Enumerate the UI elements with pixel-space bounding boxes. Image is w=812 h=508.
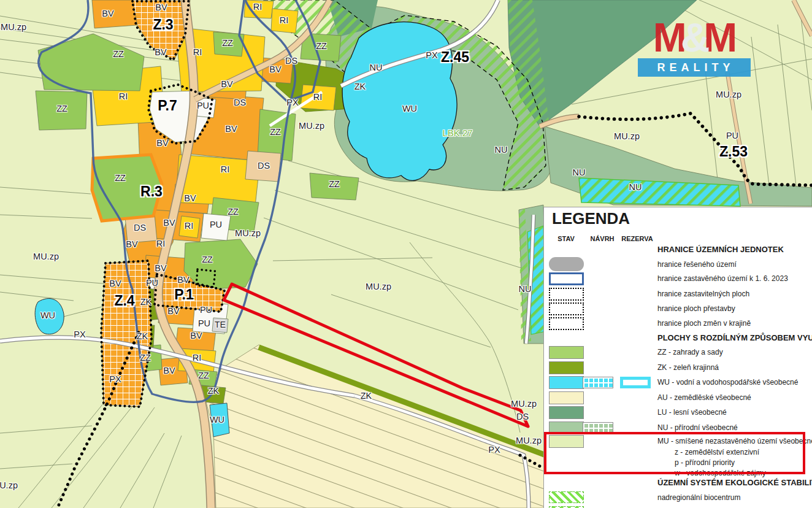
legend-swatch-landscape-change-boundary	[549, 317, 584, 330]
logo-letter-m2: M	[703, 18, 735, 57]
legend-swatch-au	[549, 391, 584, 404]
pond-wu-village	[210, 403, 229, 437]
legend-swatch-wu	[549, 376, 584, 389]
legend-row-zk: ZK - zeleň krajinná	[544, 361, 812, 376]
legend-swatch-solved-territory	[549, 257, 584, 271]
legend-section-land-use: PLOCHY S ROZDÍLNÝM ZPŮSOBEM VYUŽITÍ	[657, 333, 812, 342]
legend-row: hranice ploch změn v krajině	[544, 317, 812, 332]
legend-row-zz: ZZ - zahrady a sady	[544, 346, 812, 361]
legend-section-ecological: ÚZEMNÍ SYSTÉM EKOLOGICKÉ STABILITY	[657, 478, 812, 487]
legend-row-wu: WU - vodní a vodohospodářské všeobecné	[544, 376, 812, 391]
mm-reality-logo: M&M REALITY	[638, 18, 751, 77]
legend-column-stav: STAV	[548, 235, 584, 242]
logo-reality-bar: REALITY	[638, 58, 751, 77]
logo-ampersand: &	[681, 18, 708, 57]
legend-swatch-redevelopment-boundary	[549, 302, 584, 315]
zoning-map-screenshot: MU.zpBVBVZ.3RIRIZZZZBVRIZZDSBVNUPXZ.45ZK…	[0, 0, 812, 508]
legend-swatch-wu-rezerva	[620, 377, 651, 388]
legend-highlight-box	[544, 432, 805, 474]
legend-swatch-wu-navrh	[583, 377, 613, 388]
legend-row-biocentrum: nadregionální biocentrum	[544, 491, 812, 506]
logo-mm-text: M&M	[638, 18, 751, 58]
legend-row: hranice řešeného území	[544, 257, 812, 272]
legend-row: hranice zastavěného území k 1. 6. 2023	[544, 272, 812, 287]
legend-row: hranice zastavitelných ploch	[544, 288, 812, 302]
legend-column-rezerva: REZERVA	[619, 235, 656, 242]
pond-wu-southwest	[35, 298, 64, 334]
legend-row-au: AU - zemědlěské všeobecné	[544, 391, 812, 406]
legend-section-boundaries: HRANICE ÚZEMNÍCH JEDNOTEK	[657, 245, 784, 254]
legend-swatch-built-up-boundary	[549, 272, 584, 285]
legend-swatch-lu	[549, 406, 584, 419]
legend-swatch-zk	[549, 361, 584, 374]
legend-swatch-biocentrum	[549, 491, 584, 503]
legend-panel: LEGENDA STAV NÁVRH REZERVA HRANICE ÚZEMN…	[543, 207, 812, 508]
legend-swatch-zz	[549, 346, 584, 359]
r3-reserve-area	[92, 155, 162, 221]
te-parcel	[212, 318, 228, 333]
legend-row: hranice ploch přestavby	[544, 302, 812, 317]
legend-column-navrh: NÁVRH	[584, 235, 621, 242]
legend-swatch-developable-boundary	[549, 288, 584, 301]
legend-title: LEGENDA	[552, 209, 630, 228]
legend-row-lu: LU - lesní všeobecné	[544, 406, 812, 421]
